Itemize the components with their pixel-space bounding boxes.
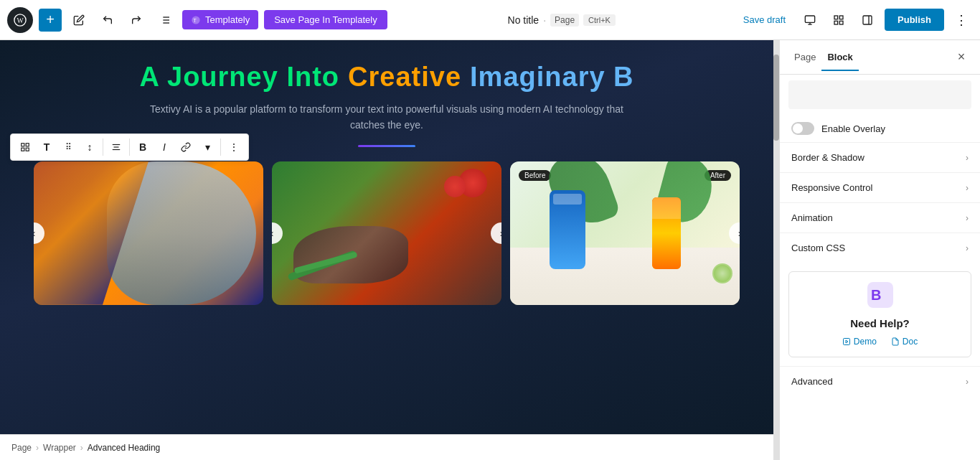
drag-handle-button[interactable]: ⠿ (58, 137, 78, 157)
orange-drink (652, 197, 681, 269)
page-title: No title (508, 14, 540, 26)
hero-divider (358, 145, 415, 147)
svg-rect-21 (26, 148, 29, 151)
svg-rect-10 (805, 16, 814, 22)
main-area: T ⠿ ↕ B I ▾ ⋮ A (0, 40, 980, 460)
canvas-area: T ⠿ ↕ B I ▾ ⋮ A (0, 40, 773, 460)
need-help-logo-icon: B (799, 282, 961, 313)
doc-link[interactable]: Doc (891, 337, 918, 347)
drink-visual: Before After (510, 161, 740, 305)
hero-section: A Journey Into Creative Imaginary B Text… (0, 40, 773, 434)
enable-overlay-row: Enable Overlay (780, 115, 980, 142)
gallery-card-art: ‹ (34, 161, 263, 305)
keyboard-shortcut-hint: Ctrl+K (583, 14, 616, 26)
accordion-label-advanced: Advanced (791, 376, 966, 387)
panel-tabs: Page Block × (780, 40, 980, 75)
publish-button[interactable]: Publish (885, 9, 944, 31)
italic-button[interactable]: I (154, 137, 174, 157)
need-help-box: B Need Help? Demo Doc (788, 271, 971, 357)
accordion-responsive-control[interactable]: Responsive Control › (780, 172, 980, 202)
move-arrows-button[interactable]: ↕ (80, 137, 100, 157)
svg-rect-13 (834, 16, 838, 19)
view-mode-button[interactable] (798, 9, 821, 32)
panel-search-bar (788, 80, 971, 109)
chevron-custom-css-icon: › (966, 243, 969, 253)
undo-button[interactable] (96, 9, 119, 32)
accordion-custom-css[interactable]: Custom CSS › (780, 233, 980, 263)
accordion-border-shadow[interactable]: Border & Shadow › (780, 142, 980, 172)
text-type-button[interactable]: T (37, 137, 57, 157)
chevron-responsive-icon: › (966, 183, 969, 193)
toolbar-separator-2 (129, 139, 130, 156)
right-panel: Page Block × Enable Overlay Border & Sha… (779, 40, 980, 460)
svg-marker-29 (846, 340, 848, 343)
save-page-in-templately-button[interactable]: Save Page In Templately (264, 10, 387, 29)
tab-page[interactable]: Page (788, 43, 821, 71)
edit-tool-button[interactable] (67, 9, 90, 32)
enable-overlay-label: Enable Overlay (821, 123, 885, 134)
breadcrumb-current: Advanced Heading (88, 443, 160, 453)
svg-rect-22 (22, 148, 24, 151)
chevron-border-shadow-icon: › (966, 153, 969, 163)
hero-title-word3: Imaginary B (470, 62, 634, 93)
wp-logo[interactable]: W (7, 7, 33, 33)
svg-rect-20 (26, 144, 29, 146)
sidebar-toggle-button[interactable] (856, 9, 879, 32)
canvas-scrollbar[interactable] (773, 40, 779, 460)
food-visual (272, 161, 501, 305)
save-draft-button[interactable]: Save draft (736, 10, 793, 29)
before-badge: Before (519, 170, 551, 181)
list-view-button[interactable] (154, 9, 176, 32)
block-toolbar: T ⠿ ↕ B I ▾ ⋮ (10, 133, 249, 161)
hero-title-word1: A Journey Into (139, 62, 339, 93)
more-options-button[interactable]: ⋮ (950, 9, 973, 32)
accordion-label-responsive: Responsive Control (791, 182, 966, 193)
accordion-label-animation: Animation (791, 212, 966, 223)
breadcrumb-page[interactable]: Page (11, 443, 32, 453)
title-area: No title · Page Ctrl+K (393, 14, 730, 27)
hero-subtitle: Textivy AI is a popular platform to tran… (143, 101, 631, 133)
tab-block[interactable]: Block (821, 43, 858, 71)
accordion-advanced[interactable]: Advanced › (780, 366, 980, 396)
more-block-options-button[interactable]: ⋮ (224, 137, 244, 157)
toolbar-separator-3 (220, 139, 221, 156)
blue-can (550, 190, 585, 269)
svg-rect-28 (843, 339, 849, 345)
need-help-title: Need Help? (799, 317, 961, 329)
templately-button[interactable]: T Templately (182, 10, 258, 29)
add-block-button[interactable]: + (39, 9, 62, 32)
need-help-links: Demo Doc (799, 337, 961, 347)
top-toolbar: W + T Templately Save Page In Templately… (0, 0, 980, 40)
svg-text:W: W (17, 16, 24, 24)
panel-close-button[interactable]: × (951, 47, 971, 67)
gallery-row: ‹ ‹ (0, 161, 773, 305)
svg-rect-16 (834, 21, 838, 24)
gallery-card-food: ‹ › (272, 161, 501, 305)
page-type-badge: Page (550, 14, 579, 27)
redo-button[interactable] (125, 9, 148, 32)
svg-rect-15 (839, 21, 843, 24)
link-button[interactable] (176, 137, 196, 157)
gallery-card-drink: Before After (510, 161, 740, 305)
svg-rect-14 (839, 16, 843, 19)
scrollbar-thumb[interactable] (773, 55, 779, 141)
accordion-animation[interactable]: Animation › (780, 202, 980, 233)
svg-text:B: B (871, 287, 881, 303)
toolbar-separator (103, 139, 103, 156)
enable-overlay-toggle[interactable] (791, 122, 814, 135)
align-button[interactable] (106, 137, 126, 157)
art-visual (34, 161, 263, 305)
toggle-knob (793, 123, 803, 133)
hero-title: A Journey Into Creative Imaginary B (139, 62, 633, 93)
link-dropdown-button[interactable]: ▾ (197, 137, 217, 157)
svg-rect-17 (863, 16, 872, 24)
demo-link[interactable]: Demo (842, 337, 877, 347)
svg-rect-19 (22, 144, 24, 146)
block-type-icon-button[interactable] (15, 137, 35, 157)
settings-button[interactable] (827, 9, 850, 32)
bold-button[interactable]: B (133, 137, 153, 157)
chevron-advanced-icon: › (966, 377, 969, 387)
svg-text:T: T (194, 17, 197, 22)
accordion-label-custom-css: Custom CSS (791, 243, 966, 253)
breadcrumb-wrapper[interactable]: Wrapper (43, 443, 76, 453)
